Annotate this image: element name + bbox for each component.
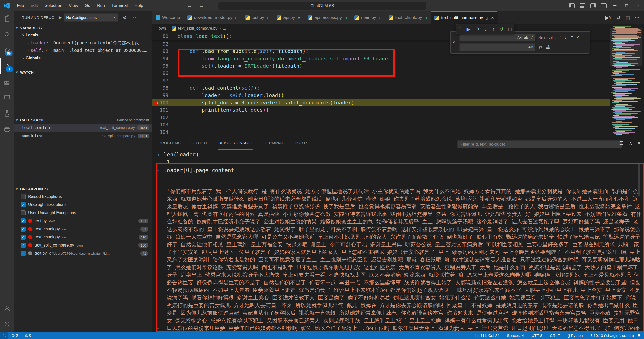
checkbox[interactable] [21,210,26,215]
panel-tab-output[interactable]: OUTPUT [191,138,208,150]
menu-view[interactable]: View [66,0,82,11]
tab-download_model-py[interactable]: download_model.pyU [184,11,241,24]
status-item[interactable]: ⊘ 0 [12,333,18,338]
breakpoint-row[interactable]: ✓test.pyown121 [14,217,152,225]
console-scrollbar[interactable] [638,163,640,196]
panel-tab-problems[interactable]: PROBLEMS [159,138,181,150]
restart-icon[interactable]: ↺ [499,26,504,32]
breakpoint-row[interactable]: ✓text_split_compare.pyown100 [14,241,152,249]
toggle-secondary-sidebar-icon[interactable] [590,3,596,8]
debug-console[interactable]: →len(loader)1→loader[0].page_content '你们… [152,150,641,332]
tab-main-py[interactable]: main.pyU [351,11,385,24]
toggle-sidebar-icon[interactable] [569,3,575,8]
remote-indicator[interactable]: ⤫ [0,332,8,339]
run-python-file-icon[interactable]: ▶˅ [605,15,612,21]
code-line-104[interactable]: 104 [152,128,610,136]
regex-icon[interactable]: .* [531,35,533,40]
call-stack-frame[interactable]: <module>text_split_compare.py111:1 [14,132,152,140]
checkbox[interactable]: ✓ [21,235,26,240]
code-line-97[interactable]: 97 [152,77,610,84]
breakpoint-row[interactable]: ✓text_chunk.pyown81 [14,225,152,233]
activity-remote-explorer-icon[interactable] [0,90,14,105]
exception-breakpoint-row[interactable]: ✓Uncaught Exceptions [14,201,152,209]
menu-run[interactable]: Run [94,0,108,11]
stop-icon[interactable]: □ [508,26,512,32]
checkbox[interactable]: ✓ [21,218,26,223]
menu-edit[interactable]: Edit [27,0,41,11]
panel-tab-terminal[interactable]: TERMINAL [264,138,284,150]
clear-console-icon[interactable]: ☰ [619,140,623,146]
status-item[interactable]: 3.10.13 ('chatglm': conda) [590,333,634,338]
toggle-replace-icon[interactable]: ∨ [453,40,455,44]
tab-Welcome[interactable]: Welcome [152,11,184,24]
toggle-panel-icon[interactable] [580,3,585,8]
breakpoint-row[interactable]: ✓text.pyC:\Users\72766\.conda\envs\chatg… [14,249,152,257]
tab-api-py[interactable]: api.pyM [273,11,305,24]
menu-go[interactable]: Go [81,0,94,11]
previous-match-icon[interactable]: ↑ [559,35,561,40]
section-variables[interactable]: ∨VARIABLES [14,24,152,31]
menu-terminal[interactable]: Terminal [108,0,131,11]
variable-row[interactable]: ›self:<__main__.load_text object at 0x00… [14,47,152,54]
code-line-99[interactable]: 99 loader = self.loader.load() [152,91,610,99]
replace-all-icon[interactable]: ⇶ [546,45,550,50]
step-over-icon[interactable]: ↷ [475,26,480,32]
activity-search-icon[interactable] [0,27,14,43]
match-case-icon[interactable]: Aa [517,35,522,40]
tab-text_split_compare-py[interactable]: text_split_compare.pyU× [431,11,498,24]
close-button[interactable]: × [632,0,644,11]
status-item[interactable]: Ln 111, Col 24 [475,333,499,338]
compare-icon[interactable]: ⇄ [617,15,620,21]
panel-tab-ports[interactable]: PORTS [295,138,308,150]
exception-breakpoint-row[interactable]: Raised Exceptions [14,193,152,201]
console-filter-input[interactable]: Filter (e.g. text, !exclude) [457,140,622,148]
menu-help[interactable]: Help [131,0,146,11]
more-actions-icon[interactable]: ⋯ [635,15,639,21]
console-input-prompt[interactable]: > [156,326,159,331]
back-arrow-icon[interactable]: ← [187,3,192,9]
exception-breakpoint-row[interactable]: User Uncaught Exceptions [14,209,152,217]
code-line-95[interactable]: 95 self.loader = SRTLoader(filepath) [152,62,610,69]
minimize-button[interactable]: ─ [609,0,621,11]
find-in-selection-icon[interactable]: ≡ [571,35,573,40]
status-item[interactable]: ⚠ 0 [25,333,31,338]
activity-containers-icon[interactable] [0,121,14,137]
code-line-101[interactable]: 101 print(len(split_docs)) [152,106,610,114]
code-line-102[interactable]: 102 [152,114,610,121]
replace-icon[interactable]: ⇄ [539,45,542,50]
section-watch[interactable]: ∨WATCH [14,68,152,76]
activity-settings-icon[interactable] [0,316,14,332]
code-line-98[interactable]: 98 def load_content(self): [152,84,610,91]
panel-tab-debug-console[interactable]: DEBUG CONSOLE [218,138,253,150]
tab-api_access-py[interactable]: api_access.pyU [304,11,351,24]
variables-globals-scope[interactable]: ›Globals [14,54,152,62]
code-line-96[interactable]: 96 [152,69,610,77]
checkbox[interactable]: ✓ [21,202,26,207]
menu-selection[interactable]: Selection [41,0,66,11]
checkbox[interactable]: ✓ [21,243,26,248]
close-panel-icon[interactable]: × [638,141,640,146]
forward-arrow-icon[interactable]: → [199,3,204,9]
tab-text_chunk-py[interactable]: text_chunk.pyU [385,11,431,24]
minimap[interactable] [610,24,642,138]
step-into-icon[interactable]: ↓ [484,26,487,32]
checkbox[interactable]: ✓ [21,227,26,232]
customize-layout-icon[interactable] [601,3,607,8]
breadcrumb-item[interactable]: own [159,26,166,31]
debug-config-dropdown[interactable]: No Configurations ∨ [64,13,118,22]
split-editor-icon[interactable]: ◫ [626,15,630,21]
breadcrumb-item[interactable]: text_split_compare.py [178,26,218,31]
start-debug-icon[interactable]: ▶ [59,15,62,20]
activity-explorer-icon[interactable] [0,11,14,27]
close-find-icon[interactable]: × [576,35,579,40]
section-call-stack[interactable]: ∨CALL STACKPaused on breakpoint [14,116,152,124]
tab-test-py[interactable]: test.pyU [241,11,273,24]
tab-close-icon[interactable]: × [491,16,494,20]
code-line-94[interactable]: 94 from langchain_community.document_loa… [152,55,610,62]
menu-file[interactable]: File [14,0,27,11]
activity-run-and-debug-icon[interactable]: 1 [0,58,14,74]
more-actions-icon[interactable]: ⋯ [131,15,136,20]
command-center-search[interactable]: ChatGLM-6B [218,2,426,10]
preserve-case-icon[interactable]: AB [528,45,533,49]
section-breakpoints[interactable]: ∨BREAKPOINTS [14,185,152,193]
